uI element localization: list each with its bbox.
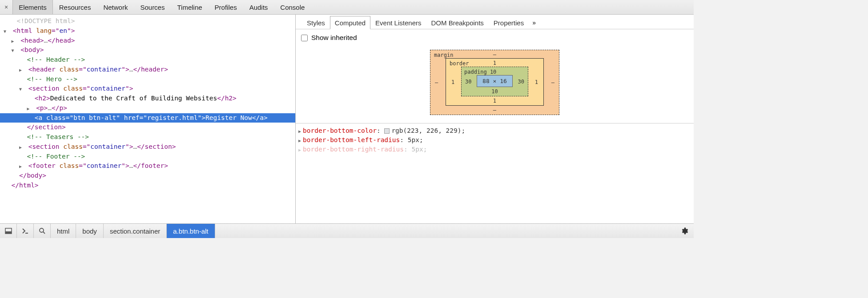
crumb-section-container[interactable]: section.container xyxy=(104,224,167,238)
main-toolbar: × ElementsResourcesNetworkSourcesTimelin… xyxy=(0,0,694,15)
svg-rect-1 xyxy=(5,231,12,234)
tab-console[interactable]: Console xyxy=(274,0,311,14)
content-size: 88 × 16 xyxy=(477,75,513,87)
close-icon[interactable]: × xyxy=(3,4,12,11)
search-icon[interactable] xyxy=(34,224,51,238)
tab-elements[interactable]: Elements xyxy=(12,0,53,14)
styles-panel: StylesComputedEvent ListenersDOM Breakpo… xyxy=(296,15,694,223)
tab-timeline[interactable]: Timeline xyxy=(171,0,208,14)
show-inherited-row: Show inherited xyxy=(296,29,694,46)
comment-hero: <!-- Hero --> xyxy=(27,75,77,83)
tab-resources[interactable]: Resources xyxy=(53,0,97,14)
gear-icon[interactable] xyxy=(675,227,694,235)
side-tab-dom-breakpoints[interactable]: DOM Breakpoints xyxy=(426,16,488,29)
margin-label: margin xyxy=(434,52,453,58)
comment-teasers: <!-- Teasers --> xyxy=(27,133,89,140)
comment-header: <!-- Header --> xyxy=(27,56,85,63)
main-area: <!DOCTYPE html> <html lang="en"> <head>…… xyxy=(0,15,694,223)
computed-prop[interactable]: border-bottom-right-radius: 5px; xyxy=(297,145,692,154)
crumb-body[interactable]: body xyxy=(76,224,104,238)
doctype-line: <!DOCTYPE html> xyxy=(16,17,75,24)
console-icon[interactable] xyxy=(17,224,34,238)
selected-node[interactable]: <a class="btn btn-alt" href="register.ht… xyxy=(0,113,295,123)
computed-prop[interactable]: border-bottom-left-radius: 5px; xyxy=(297,135,692,145)
tab-profiles[interactable]: Profiles xyxy=(209,0,243,14)
show-inherited-label: Show inherited xyxy=(311,34,357,42)
tab-network[interactable]: Network xyxy=(97,0,134,14)
computed-properties: border-bottom-color: rgb(223, 226, 229);… xyxy=(296,123,694,157)
padding-label: padding 10 xyxy=(464,69,496,75)
side-tab-styles[interactable]: Styles xyxy=(302,16,330,29)
side-tabs: StylesComputedEvent ListenersDOM Breakpo… xyxy=(296,15,694,29)
computed-prop[interactable]: border-bottom-color: rgb(223, 226, 229); xyxy=(297,126,692,135)
crumb-html[interactable]: html xyxy=(51,224,76,238)
comment-footer: <!-- Footer --> xyxy=(27,153,85,160)
side-tabs-more-icon[interactable]: » xyxy=(529,16,539,29)
crumb-a-btn-btn-alt[interactable]: a.btn.btn-alt xyxy=(167,224,215,238)
footer-bar: htmlbodysection.containera.btn.btn-alt xyxy=(0,223,694,238)
show-inherited-checkbox[interactable] xyxy=(301,35,308,41)
side-tab-computed[interactable]: Computed xyxy=(330,16,370,29)
side-tab-event-listeners[interactable]: Event Listeners xyxy=(370,16,426,29)
svg-point-3 xyxy=(40,228,44,232)
tab-sources[interactable]: Sources xyxy=(134,0,171,14)
svg-line-4 xyxy=(43,232,45,234)
dom-tree-panel[interactable]: <!DOCTYPE html> <html lang="en"> <head>…… xyxy=(0,15,296,223)
h2-text: Dedicated to the Craft of Building Websi… xyxy=(50,95,217,102)
tab-audits[interactable]: Audits xyxy=(243,0,274,14)
dock-icon[interactable] xyxy=(0,224,17,238)
border-label: border xyxy=(450,60,469,67)
box-model: margin – – – – border 1 1 1 1 padding 10… xyxy=(296,46,694,123)
breadcrumb: htmlbodysection.containera.btn.btn-alt xyxy=(51,224,215,238)
side-tab-properties[interactable]: Properties xyxy=(489,16,529,29)
toolbar-tabs: ElementsResourcesNetworkSourcesTimelineP… xyxy=(12,0,311,14)
